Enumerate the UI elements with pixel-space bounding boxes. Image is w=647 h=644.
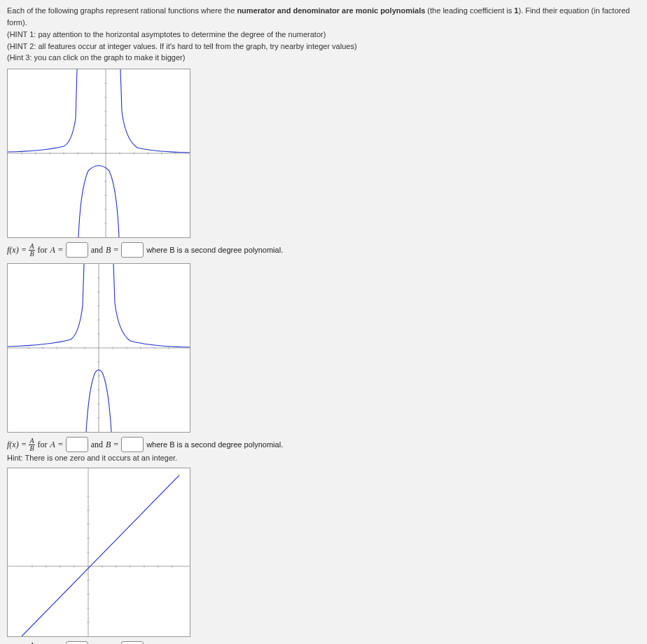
equation-row-3: f(x) = A B for A = and B = <box>7 641 640 644</box>
intro-text: ). Find their equation (in factored <box>518 6 629 15</box>
var-a: A <box>50 245 55 255</box>
fraction: A B <box>29 438 34 452</box>
graph-1[interactable] <box>7 69 190 238</box>
question-2: f(x) = A B for A = and B = where B is a … <box>7 263 640 462</box>
intro-bold: numerator and denominator are monic poly… <box>237 6 425 15</box>
question-1: f(x) = A B for A = and B = where B is a … <box>7 69 640 258</box>
var-b: B <box>106 245 111 255</box>
and-text: and <box>91 245 103 255</box>
equals: = <box>22 440 27 450</box>
for-text: for <box>38 245 48 255</box>
equation-row-2: f(x) = A B for A = and B = where B is a … <box>7 437 640 452</box>
graph-3[interactable] <box>7 468 190 637</box>
input-b-1[interactable] <box>121 242 144 258</box>
hint-1: (HINT 1: pay attention to the horizontal… <box>7 29 640 40</box>
eq-sign: = <box>58 440 63 450</box>
input-a-1[interactable] <box>66 242 88 258</box>
intro-text: Each of the following graphs represent r… <box>7 6 237 15</box>
intro-text: (the leading coefficient is <box>425 6 514 15</box>
equation-row-1: f(x) = A B for A = and B = where B is a … <box>7 242 640 258</box>
frac-den: B <box>29 251 34 258</box>
q2-subhint: Hint: There is one zero and it occurs at… <box>7 454 640 462</box>
input-a-3[interactable] <box>66 641 88 644</box>
var-b: B <box>106 440 111 450</box>
hint-3: (Hint 3: you can click on the graph to m… <box>7 52 640 63</box>
frac-den: B <box>29 445 34 452</box>
fx-label: f(x) <box>7 245 19 255</box>
graph-2[interactable] <box>7 263 190 433</box>
equals: = <box>22 245 27 255</box>
input-a-2[interactable] <box>66 437 88 452</box>
problem-intro: Each of the following graphs represent r… <box>7 6 640 63</box>
where-text: where B is a second degree polynomial. <box>146 440 283 449</box>
intro-line2: form). <box>7 18 640 28</box>
eq-sign: = <box>113 440 118 450</box>
input-b-3[interactable] <box>121 641 144 644</box>
and-text: and <box>91 440 103 450</box>
for-text: for <box>38 440 48 450</box>
fraction: A B <box>29 243 34 258</box>
input-b-2[interactable] <box>121 437 144 452</box>
where-text: where B is a second degree polynomial. <box>146 246 283 254</box>
hint-2: (HINT 2: all features occur at integer v… <box>7 41 640 52</box>
intro-line1: Each of the following graphs represent r… <box>7 6 640 16</box>
var-a: A <box>50 440 55 450</box>
fx-label: f(x) <box>7 440 19 450</box>
question-3: f(x) = A B for A = and B = <box>7 468 640 644</box>
eq-sign: = <box>113 245 118 255</box>
eq-sign: = <box>58 245 63 255</box>
